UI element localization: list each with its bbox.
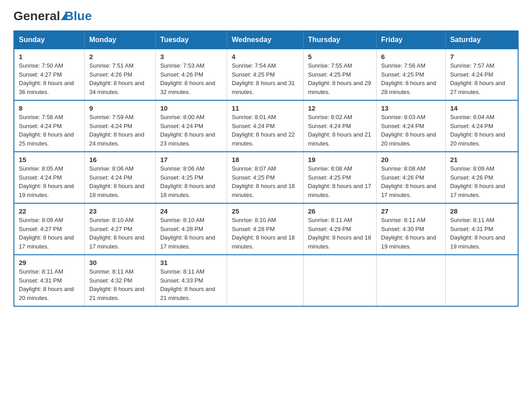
weekday-header-row: Sunday Monday Tuesday Wednesday Thursday… <box>14 31 518 49</box>
day-info: Sunrise: 8:06 AMSunset: 4:25 PMDaylight:… <box>160 165 215 198</box>
day-info: Sunrise: 7:58 AMSunset: 4:24 PMDaylight:… <box>19 114 74 147</box>
day-number: 13 <box>381 104 441 112</box>
table-row: 29Sunrise: 8:11 AMSunset: 4:31 PMDayligh… <box>14 255 85 306</box>
day-info: Sunrise: 8:08 AMSunset: 4:26 PMDaylight:… <box>381 165 436 198</box>
day-info: Sunrise: 7:57 AMSunset: 4:24 PMDaylight:… <box>450 62 505 95</box>
calendar-table: Sunday Monday Tuesday Wednesday Thursday… <box>13 30 519 307</box>
day-info: Sunrise: 8:04 AMSunset: 4:24 PMDaylight:… <box>450 114 505 147</box>
day-number: 5 <box>308 53 372 60</box>
day-number: 25 <box>232 207 298 215</box>
day-info: Sunrise: 7:55 AMSunset: 4:25 PMDaylight:… <box>308 62 371 95</box>
day-number: 3 <box>160 53 223 60</box>
day-number: 12 <box>308 104 372 112</box>
table-row: 1Sunrise: 7:50 AMSunset: 4:27 PMDaylight… <box>14 49 85 100</box>
table-row: 8Sunrise: 7:58 AMSunset: 4:24 PMDaylight… <box>14 100 85 152</box>
table-row: 31Sunrise: 8:11 AMSunset: 4:33 PMDayligh… <box>155 255 227 306</box>
logo-general: General <box>13 9 60 23</box>
day-number: 29 <box>19 259 80 266</box>
table-row: 4Sunrise: 7:54 AMSunset: 4:25 PMDaylight… <box>227 49 303 100</box>
day-number: 27 <box>381 207 441 215</box>
day-info: Sunrise: 8:09 AMSunset: 4:27 PMDaylight:… <box>19 217 74 250</box>
day-info: Sunrise: 8:11 AMSunset: 4:30 PMDaylight:… <box>381 217 436 250</box>
table-row: 11Sunrise: 8:01 AMSunset: 4:24 PMDayligh… <box>227 100 303 152</box>
table-row: 10Sunrise: 8:00 AMSunset: 4:24 PMDayligh… <box>155 100 227 152</box>
header-friday: Friday <box>376 31 445 49</box>
day-info: Sunrise: 8:07 AMSunset: 4:25 PMDaylight:… <box>232 165 295 198</box>
day-info: Sunrise: 8:09 AMSunset: 4:26 PMDaylight:… <box>450 165 505 198</box>
table-row: 7Sunrise: 7:57 AMSunset: 4:24 PMDaylight… <box>446 49 518 100</box>
day-info: Sunrise: 8:11 AMSunset: 4:33 PMDaylight:… <box>160 268 215 301</box>
day-info: Sunrise: 7:56 AMSunset: 4:25 PMDaylight:… <box>381 62 436 95</box>
day-number: 2 <box>89 53 150 60</box>
table-row: 22Sunrise: 8:09 AMSunset: 4:27 PMDayligh… <box>14 203 85 255</box>
logo-blue: Blue <box>64 9 92 23</box>
day-info: Sunrise: 8:11 AMSunset: 4:32 PMDaylight:… <box>89 268 144 301</box>
day-info: Sunrise: 8:10 AMSunset: 4:28 PMDaylight:… <box>232 217 295 250</box>
table-row: 2Sunrise: 7:51 AMSunset: 4:26 PMDaylight… <box>85 49 155 100</box>
table-row: 5Sunrise: 7:55 AMSunset: 4:25 PMDaylight… <box>303 49 376 100</box>
table-row: 15Sunrise: 8:05 AMSunset: 4:24 PMDayligh… <box>14 152 85 203</box>
logo: General Blue <box>13 9 92 21</box>
day-number: 22 <box>19 207 80 215</box>
day-number: 4 <box>232 53 298 60</box>
page-header: General Blue <box>13 9 519 21</box>
day-info: Sunrise: 8:02 AMSunset: 4:24 PMDaylight:… <box>308 114 371 147</box>
calendar-week-row: 1Sunrise: 7:50 AMSunset: 4:27 PMDaylight… <box>14 49 518 100</box>
header-sunday: Sunday <box>14 31 85 49</box>
day-number: 16 <box>89 156 150 163</box>
day-info: Sunrise: 8:01 AMSunset: 4:24 PMDaylight:… <box>232 114 295 147</box>
table-row: 17Sunrise: 8:06 AMSunset: 4:25 PMDayligh… <box>155 152 227 203</box>
day-number: 20 <box>381 156 441 163</box>
table-row: 27Sunrise: 8:11 AMSunset: 4:30 PMDayligh… <box>376 203 445 255</box>
table-row: 21Sunrise: 8:09 AMSunset: 4:26 PMDayligh… <box>446 152 518 203</box>
day-number: 15 <box>19 156 80 163</box>
day-info: Sunrise: 8:00 AMSunset: 4:24 PMDaylight:… <box>160 114 215 147</box>
day-number: 24 <box>160 207 223 215</box>
day-number: 17 <box>160 156 223 163</box>
calendar-week-row: 22Sunrise: 8:09 AMSunset: 4:27 PMDayligh… <box>14 203 518 255</box>
day-number: 26 <box>308 207 372 215</box>
table-row: 6Sunrise: 7:56 AMSunset: 4:25 PMDaylight… <box>376 49 445 100</box>
header-wednesday: Wednesday <box>227 31 303 49</box>
table-row: 13Sunrise: 8:03 AMSunset: 4:24 PMDayligh… <box>376 100 445 152</box>
day-number: 14 <box>450 104 513 112</box>
day-info: Sunrise: 8:06 AMSunset: 4:24 PMDaylight:… <box>89 165 144 198</box>
table-row: 26Sunrise: 8:11 AMSunset: 4:29 PMDayligh… <box>303 203 376 255</box>
calendar-week-row: 15Sunrise: 8:05 AMSunset: 4:24 PMDayligh… <box>14 152 518 203</box>
table-row: 19Sunrise: 8:08 AMSunset: 4:25 PMDayligh… <box>303 152 376 203</box>
table-row: 12Sunrise: 8:02 AMSunset: 4:24 PMDayligh… <box>303 100 376 152</box>
day-number: 10 <box>160 104 223 112</box>
header-monday: Monday <box>85 31 155 49</box>
table-row: 3Sunrise: 7:53 AMSunset: 4:26 PMDaylight… <box>155 49 227 100</box>
table-row: 14Sunrise: 8:04 AMSunset: 4:24 PMDayligh… <box>446 100 518 152</box>
calendar-week-row: 29Sunrise: 8:11 AMSunset: 4:31 PMDayligh… <box>14 255 518 306</box>
day-number: 19 <box>308 156 372 163</box>
day-info: Sunrise: 8:08 AMSunset: 4:25 PMDaylight:… <box>308 165 371 198</box>
header-tuesday: Tuesday <box>155 31 227 49</box>
table-row: 20Sunrise: 8:08 AMSunset: 4:26 PMDayligh… <box>376 152 445 203</box>
table-row: 18Sunrise: 8:07 AMSunset: 4:25 PMDayligh… <box>227 152 303 203</box>
table-row <box>303 255 376 306</box>
table-row <box>446 255 518 306</box>
day-number: 11 <box>232 104 298 112</box>
day-info: Sunrise: 7:51 AMSunset: 4:26 PMDaylight:… <box>89 62 144 95</box>
day-info: Sunrise: 8:05 AMSunset: 4:24 PMDaylight:… <box>19 165 74 198</box>
day-number: 28 <box>450 207 513 215</box>
day-info: Sunrise: 7:54 AMSunset: 4:25 PMDaylight:… <box>232 62 295 95</box>
day-info: Sunrise: 8:11 AMSunset: 4:31 PMDaylight:… <box>450 217 505 250</box>
day-info: Sunrise: 8:10 AMSunset: 4:27 PMDaylight:… <box>89 217 144 250</box>
table-row <box>227 255 303 306</box>
table-row <box>376 255 445 306</box>
day-number: 21 <box>450 156 513 163</box>
table-row: 16Sunrise: 8:06 AMSunset: 4:24 PMDayligh… <box>85 152 155 203</box>
day-number: 18 <box>232 156 298 163</box>
day-info: Sunrise: 8:11 AMSunset: 4:29 PMDaylight:… <box>308 217 371 250</box>
day-info: Sunrise: 7:53 AMSunset: 4:26 PMDaylight:… <box>160 62 215 95</box>
day-info: Sunrise: 8:03 AMSunset: 4:24 PMDaylight:… <box>381 114 436 147</box>
table-row: 28Sunrise: 8:11 AMSunset: 4:31 PMDayligh… <box>446 203 518 255</box>
day-number: 6 <box>381 53 441 60</box>
day-info: Sunrise: 7:59 AMSunset: 4:24 PMDaylight:… <box>89 114 144 147</box>
calendar-week-row: 8Sunrise: 7:58 AMSunset: 4:24 PMDaylight… <box>14 100 518 152</box>
table-row: 9Sunrise: 7:59 AMSunset: 4:24 PMDaylight… <box>85 100 155 152</box>
table-row: 30Sunrise: 8:11 AMSunset: 4:32 PMDayligh… <box>85 255 155 306</box>
